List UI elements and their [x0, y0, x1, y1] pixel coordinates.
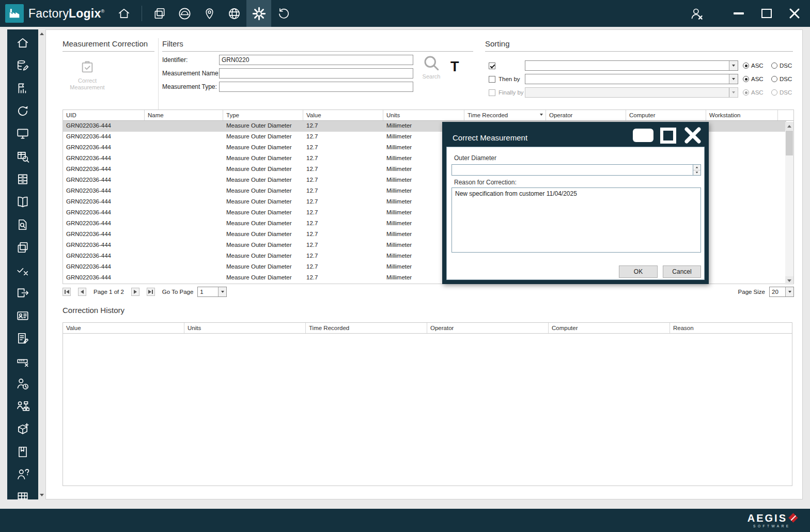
sidebar-item-table[interactable]: [14, 490, 32, 499]
outer-diameter-input[interactable]: [451, 164, 701, 176]
dsc-radio[interactable]: [771, 62, 777, 69]
sort-primary-dropdown[interactable]: [525, 60, 738, 71]
identifier-input[interactable]: [219, 55, 413, 65]
sort-primary-asc-option[interactable]: ASC: [743, 60, 764, 71]
sort-tertiary-asc-option[interactable]: ASC: [743, 87, 764, 98]
cell-value: 12.7: [303, 121, 383, 132]
page-size-value: 20: [772, 289, 778, 295]
search-button[interactable]: Search: [418, 54, 444, 80]
sidebar-item-document-bookmark[interactable]: [14, 445, 32, 459]
sidebar-item-ruler-x[interactable]: [14, 354, 32, 368]
sidebar-scroll-down-icon[interactable]: [40, 494, 44, 496]
last-page-button[interactable]: [147, 288, 155, 296]
outer-diameter-field[interactable]: [452, 165, 693, 175]
cancel-button[interactable]: Cancel: [663, 265, 701, 278]
column-header-computer[interactable]: Computer: [626, 110, 706, 120]
location-button[interactable]: [197, 0, 222, 27]
scrollbar-thumb[interactable]: [786, 131, 793, 155]
column-header-time-recorded[interactable]: Time Recorded: [464, 110, 546, 120]
asc-radio[interactable]: [743, 62, 749, 69]
sort-secondary-asc-option[interactable]: ASC: [743, 74, 764, 84]
close-button[interactable]: [784, 0, 805, 27]
sidebar-item-copy[interactable]: [14, 240, 32, 254]
scroll-up-icon[interactable]: [785, 122, 793, 130]
sidebar-item-database-edit[interactable]: [14, 58, 32, 72]
sidebar-item-book[interactable]: [14, 195, 32, 209]
sort-primary-checkbox[interactable]: [489, 62, 495, 69]
sidebar-item-transfer[interactable]: [14, 286, 32, 300]
cell-workstation: [706, 218, 786, 229]
column-header-operator[interactable]: Operator: [546, 110, 626, 120]
sidebar-item-home[interactable]: [14, 36, 32, 50]
cell-type: Measure Outer Diameter: [223, 175, 303, 186]
page-size-select[interactable]: 20: [769, 287, 794, 297]
goto-page-select[interactable]: 1: [197, 287, 227, 297]
sidebar-item-person-hierarchy[interactable]: [14, 399, 32, 413]
column-header-units[interactable]: Units: [383, 110, 464, 120]
sidebar-item-document-search[interactable]: [14, 217, 32, 231]
previous-page-button[interactable]: [78, 288, 86, 296]
dsc-radio[interactable]: [771, 89, 777, 96]
sidebar-item-check-x[interactable]: [14, 263, 32, 277]
user-logout-button[interactable]: [686, 0, 707, 27]
spinner-up-icon[interactable]: [693, 165, 700, 170]
column-header-uid[interactable]: UID: [63, 110, 145, 120]
cell-value: 12.7: [303, 186, 383, 197]
sort-tertiary-checkbox[interactable]: [489, 89, 495, 96]
sidebar-scroll-up-icon[interactable]: [40, 33, 44, 35]
correct-measurement-button[interactable]: Correct Measurement: [64, 60, 111, 91]
history-button[interactable]: [271, 0, 296, 27]
sidebar-item-box-add[interactable]: [14, 422, 32, 436]
history-column-computer[interactable]: Computer: [549, 323, 670, 333]
sidebar-item-chart-flag[interactable]: [14, 81, 32, 95]
sidebar-item-document-refresh[interactable]: [14, 104, 32, 118]
sort-secondary-checkbox[interactable]: [489, 76, 495, 83]
minimize-button[interactable]: [728, 0, 749, 27]
measurement-type-input[interactable]: [219, 82, 413, 92]
sidebar-item-person-clock[interactable]: [14, 377, 32, 390]
settings-button[interactable]: [246, 0, 271, 27]
reason-textarea[interactable]: New specification from customer 11/04/20…: [451, 187, 701, 253]
sort-tertiary-dropdown[interactable]: [525, 87, 738, 98]
sidebar-item-note-edit[interactable]: [14, 331, 32, 345]
next-page-button[interactable]: [131, 288, 139, 296]
asc-radio[interactable]: [743, 76, 749, 82]
sort-row-tertiary: Finally by ASC DSC: [485, 87, 793, 98]
sort-dropdown-icon[interactable]: [540, 114, 543, 116]
history-column-time-recorded[interactable]: Time Recorded: [306, 323, 427, 333]
spinner-down-icon[interactable]: [693, 170, 700, 176]
sort-secondary-dropdown[interactable]: [525, 74, 738, 84]
scroll-down-icon[interactable]: [785, 276, 793, 285]
sidebar-item-table-search[interactable]: [14, 149, 32, 163]
pages-button[interactable]: [147, 0, 172, 27]
text-filter-toggle[interactable]: T: [450, 60, 459, 74]
sidebar-item-cabinet[interactable]: [14, 172, 32, 186]
home-button[interactable]: [112, 0, 136, 27]
dialog-maximize-button[interactable]: [660, 128, 676, 144]
dsc-radio[interactable]: [771, 76, 777, 82]
column-header-workstation[interactable]: Workstation: [706, 110, 778, 120]
history-column-reason[interactable]: Reason: [670, 323, 792, 333]
history-column-units[interactable]: Units: [184, 323, 306, 333]
sidebar-item-monitor[interactable]: [14, 127, 32, 140]
ok-button[interactable]: OK: [619, 265, 658, 278]
first-page-button[interactable]: [63, 288, 71, 296]
column-header-type[interactable]: Type: [223, 110, 303, 120]
history-column-value[interactable]: Value: [63, 323, 184, 333]
asc-radio[interactable]: [743, 89, 749, 96]
sort-secondary-dsc-option[interactable]: DSC: [771, 74, 792, 84]
dialog-close-button[interactable]: [683, 126, 703, 145]
sidebar-item-id-card[interactable]: [14, 308, 32, 322]
production-button[interactable]: [172, 0, 197, 27]
sidebar-item-person-question[interactable]: [14, 467, 32, 481]
maximize-button[interactable]: [756, 0, 777, 27]
globe-button[interactable]: [222, 0, 246, 27]
history-column-operator[interactable]: Operator: [427, 323, 549, 333]
sort-tertiary-dsc-option[interactable]: DSC: [771, 87, 792, 98]
column-header-name[interactable]: Name: [145, 110, 223, 120]
dialog-minimize-button[interactable]: [633, 129, 653, 142]
sort-primary-dsc-option[interactable]: DSC: [771, 60, 792, 71]
column-header-value[interactable]: Value: [303, 110, 383, 120]
outer-diameter-label: Outer Diameter: [454, 154, 496, 162]
measurement-name-input[interactable]: [219, 68, 413, 79]
